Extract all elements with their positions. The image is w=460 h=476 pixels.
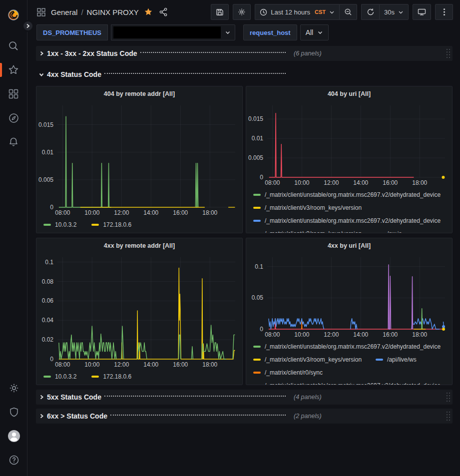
sidebar-item-alerting[interactable]: [0, 130, 27, 154]
svg-text:0.06: 0.06: [42, 297, 54, 304]
svg-text:08:00: 08:00: [265, 331, 280, 338]
legend-swatch: [43, 376, 51, 378]
panel-title[interactable]: 404 by uri [All]: [246, 86, 452, 101]
clock-icon: [260, 8, 267, 16]
cycle-view-mode-button[interactable]: [413, 4, 431, 20]
svg-text:16:00: 16:00: [383, 179, 398, 186]
shield-icon: [8, 407, 19, 418]
sidebar-item-help[interactable]: [0, 448, 27, 472]
svg-text:12:00: 12:00: [114, 361, 129, 368]
svg-text:0: 0: [260, 326, 263, 333]
legend-label: /_matrix/client/unstable/org.matrix.msc2…: [265, 217, 441, 224]
svg-text:14:00: 14:00: [143, 361, 158, 368]
svg-text:18:00: 18:00: [202, 209, 217, 216]
row-6xx[interactable]: 6xx > Status Code (2 panels): [36, 409, 453, 424]
datasource-variable-select[interactable]: [111, 24, 235, 40]
row-drag-handle-icon[interactable]: [444, 411, 453, 422]
time-range-button[interactable]: Last 12 hours CST: [255, 4, 339, 20]
legend-item[interactable]: /_matrix/client/v3/room_keys/version: [253, 353, 362, 366]
svg-text:12:00: 12:00: [114, 209, 129, 216]
legend-item[interactable]: /_matrix/client/r0/sync: [253, 366, 323, 379]
svg-text:0.005: 0.005: [248, 154, 263, 161]
legend-item[interactable]: /_matrix/client/v3/room_keys/version: [253, 227, 362, 233]
row-4xx[interactable]: 4xx Status Code: [36, 67, 453, 82]
breadcrumb-dashboard-title[interactable]: NGINX PROXY: [87, 8, 139, 16]
chart-legend: 10.0.3.2172.18.0.6: [36, 369, 242, 385]
legend-label: 10.0.3.2: [55, 221, 76, 228]
chart-4xx-by-uri[interactable]: 08:0010:0012:0014:0016:0018:0000.050.1: [246, 253, 452, 339]
legend-label: /_matrix/client/r0/sync: [265, 369, 323, 376]
row-drag-handle-icon[interactable]: [444, 48, 453, 59]
legend-label: /_matrix/client/unstable/org.matrix.msc2…: [265, 191, 441, 198]
refresh-interval-dropdown[interactable]: 30s: [379, 4, 409, 20]
sidebar-item-configuration[interactable]: [0, 376, 27, 400]
legend-label: 172.18.0.6: [103, 373, 131, 380]
sidebar-item-starred[interactable]: [0, 58, 27, 82]
legend-item[interactable]: /_matrix/client/v3/room_keys/version: [253, 201, 362, 214]
legend-item[interactable]: /api/live/ws: [376, 353, 417, 366]
sidebar-expand-button[interactable]: [22, 20, 34, 32]
refresh-button[interactable]: [361, 4, 379, 20]
gear-icon: [238, 8, 246, 16]
sidebar-item-server-admin[interactable]: [0, 400, 27, 424]
chart-4xx-by-remote-addr[interactable]: 08:0010:0012:0014:0016:0018:0000.020.040…: [36, 253, 242, 369]
chevron-right-icon: [36, 414, 47, 419]
legend-item[interactable]: 10.0.3.2: [43, 218, 76, 231]
legend-label: 10.0.3.2: [55, 373, 76, 380]
row-title: 6xx > Status Code: [47, 412, 107, 420]
row-dotted-leader: [104, 396, 286, 397]
row-drag-handle-icon[interactable]: [444, 392, 453, 403]
favorite-star-button[interactable]: [144, 7, 153, 16]
legend-item[interactable]: /_matrix/client/unstable/org.matrix.msc2…: [253, 214, 441, 227]
timezone-label: CST: [315, 9, 326, 15]
panel-title[interactable]: 404 by remote addr [All]: [36, 86, 242, 101]
time-picker-group: Last 12 hours CST: [255, 4, 357, 20]
svg-text:18:00: 18:00: [202, 361, 217, 368]
sidebar-item-profile[interactable]: [0, 424, 27, 448]
legend-item[interactable]: /sw.js: [376, 227, 402, 233]
sidebar-item-search[interactable]: [0, 34, 27, 58]
svg-text:14:00: 14:00: [353, 179, 368, 186]
breadcrumb-separator: /: [81, 8, 83, 16]
svg-text:0.015: 0.015: [248, 115, 263, 122]
svg-text:14:00: 14:00: [143, 209, 158, 216]
legend-item[interactable]: 10.0.3.2: [43, 370, 76, 383]
panel-grid: 404 by remote addr [All] 08:0010:0012:00…: [36, 86, 453, 385]
legend-item[interactable]: /_matrix/client/unstable/org.matrix.msc2…: [253, 379, 441, 385]
svg-text:16:00: 16:00: [173, 209, 188, 216]
legend-item[interactable]: /_matrix/client/unstable/org.matrix.msc2…: [253, 340, 441, 353]
sidebar-item-dashboards[interactable]: [0, 82, 27, 106]
panel-title[interactable]: 4xx by uri [All]: [246, 238, 452, 253]
share-dashboard-button[interactable]: [159, 7, 168, 16]
row-title: 4xx Status Code: [47, 70, 101, 78]
save-dashboard-button[interactable]: [211, 4, 229, 20]
row-5xx[interactable]: 5xx Status Code (4 panels): [36, 390, 453, 405]
svg-text:12:00: 12:00: [324, 331, 339, 338]
svg-text:0.1: 0.1: [45, 259, 53, 266]
datasource-value-redacted: [113, 26, 221, 38]
legend-item[interactable]: 172.18.0.6: [91, 218, 131, 231]
row-1xx-3xx-2xx[interactable]: 1xx - 3xx - 2xx Status Code (6 panels): [36, 46, 453, 61]
legend-item[interactable]: /_matrix/client/unstable/org.matrix.msc2…: [253, 188, 441, 201]
svg-text:14:00: 14:00: [353, 331, 368, 338]
chevron-down-icon: [36, 72, 47, 77]
zoom-out-icon: [344, 8, 352, 16]
sidebar-item-explore[interactable]: [0, 106, 27, 130]
user-avatar: [7, 430, 20, 443]
panel-title[interactable]: 4xx by remote addr [All]: [36, 238, 242, 253]
chart-404-by-uri[interactable]: 08:0010:0012:0014:0016:0018:0000.0050.01…: [246, 101, 452, 187]
refresh-icon: [367, 8, 375, 16]
dashboard-settings-button[interactable]: [233, 4, 251, 20]
legend-item[interactable]: 172.18.0.6: [91, 370, 131, 383]
request-host-variable-select[interactable]: All: [300, 24, 329, 40]
breadcrumb-section[interactable]: General: [51, 8, 77, 16]
svg-text:10:00: 10:00: [84, 361, 99, 368]
star-icon: [7, 64, 19, 76]
legend-swatch: [253, 346, 261, 348]
row-panel-count: (6 panels): [294, 50, 322, 57]
more-options-kebab-button[interactable]: [435, 4, 453, 20]
zoom-out-time-button[interactable]: [339, 4, 357, 20]
refresh-group: 30s: [361, 4, 409, 20]
chart-404-by-remote-addr[interactable]: 08:0010:0012:0014:0016:0018:0000.0050.01…: [36, 101, 242, 217]
search-icon: [8, 40, 19, 51]
